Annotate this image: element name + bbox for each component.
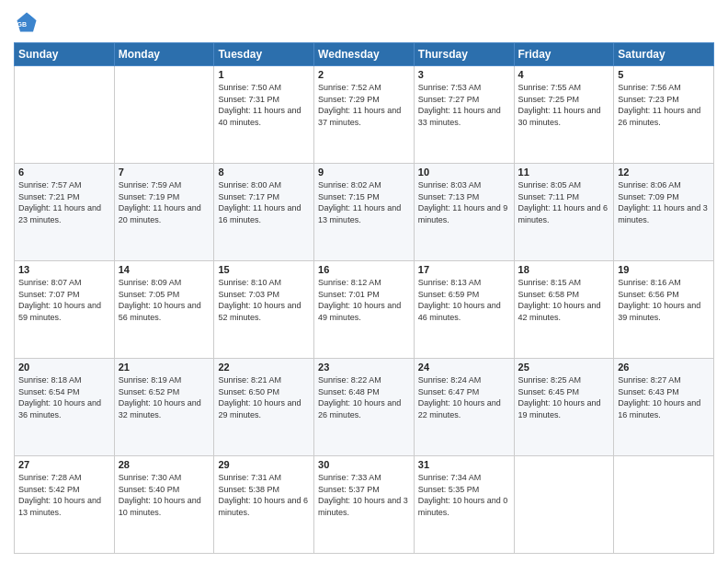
sunrise-text: Sunrise: 8:13 AM (418, 277, 510, 289)
daylight-text: Daylight: 10 hours and 19 minutes. (518, 397, 610, 420)
daylight-text: Daylight: 11 hours and 23 minutes. (18, 202, 110, 225)
sunrise-text: Sunrise: 8:10 AM (218, 277, 310, 289)
day-number: 27 (18, 459, 110, 470)
sunset-text: Sunset: 6:50 PM (218, 386, 310, 398)
sunrise-text: Sunrise: 8:00 AM (218, 179, 310, 191)
day-info: Sunrise: 8:10 AM Sunset: 7:03 PM Dayligh… (218, 277, 310, 323)
sunset-text: Sunset: 7:21 PM (18, 191, 110, 203)
day-number: 2 (318, 69, 410, 80)
calendar-cell: 7 Sunrise: 7:59 AM Sunset: 7:19 PM Dayli… (114, 164, 214, 261)
day-info: Sunrise: 7:50 AM Sunset: 7:31 PM Dayligh… (218, 82, 310, 128)
daylight-text: Daylight: 11 hours and 6 minutes. (518, 202, 610, 225)
daylight-text: Daylight: 10 hours and 52 minutes. (218, 300, 310, 323)
daylight-text: Daylight: 10 hours and 16 minutes. (618, 397, 710, 420)
sunset-text: Sunset: 5:40 PM (119, 484, 210, 496)
day-info: Sunrise: 7:57 AM Sunset: 7:21 PM Dayligh… (18, 179, 110, 225)
calendar-week-row: 27 Sunrise: 7:28 AM Sunset: 5:42 PM Dayl… (15, 456, 714, 554)
logo: GB (14, 9, 43, 35)
calendar-cell: 3 Sunrise: 7:53 AM Sunset: 7:27 PM Dayli… (414, 66, 514, 164)
sunrise-text: Sunrise: 7:31 AM (218, 472, 310, 484)
calendar-cell: 19 Sunrise: 8:16 AM Sunset: 6:56 PM Dayl… (614, 261, 714, 359)
weekday-header-friday: Friday (514, 43, 614, 66)
sunset-text: Sunset: 6:54 PM (18, 386, 110, 398)
svg-text:GB: GB (17, 21, 28, 28)
sunrise-text: Sunrise: 8:05 AM (518, 179, 610, 191)
day-number: 24 (418, 362, 510, 373)
daylight-text: Daylight: 11 hours and 30 minutes. (518, 105, 610, 128)
sunset-text: Sunset: 7:15 PM (318, 191, 410, 203)
day-info: Sunrise: 8:09 AM Sunset: 7:05 PM Dayligh… (119, 277, 210, 323)
calendar-cell: 14 Sunrise: 8:09 AM Sunset: 7:05 PM Dayl… (114, 261, 214, 359)
sunset-text: Sunset: 6:58 PM (518, 289, 610, 301)
day-info: Sunrise: 8:02 AM Sunset: 7:15 PM Dayligh… (318, 179, 410, 225)
day-info: Sunrise: 7:33 AM Sunset: 5:37 PM Dayligh… (318, 472, 410, 518)
sunset-text: Sunset: 6:52 PM (119, 386, 210, 398)
day-info: Sunrise: 8:25 AM Sunset: 6:45 PM Dayligh… (518, 374, 610, 420)
calendar-cell: 29 Sunrise: 7:31 AM Sunset: 5:38 PM Dayl… (214, 456, 314, 554)
day-info: Sunrise: 8:07 AM Sunset: 7:07 PM Dayligh… (18, 277, 110, 323)
calendar-cell: 1 Sunrise: 7:50 AM Sunset: 7:31 PM Dayli… (214, 66, 314, 164)
calendar-cell: 8 Sunrise: 8:00 AM Sunset: 7:17 PM Dayli… (214, 164, 314, 261)
calendar-cell: 30 Sunrise: 7:33 AM Sunset: 5:37 PM Dayl… (314, 456, 415, 554)
day-info: Sunrise: 8:03 AM Sunset: 7:13 PM Dayligh… (418, 179, 510, 225)
daylight-text: Daylight: 10 hours and 46 minutes. (418, 300, 510, 323)
page: GB SundayMondayTuesdayWednesdayThursdayF… (0, 0, 728, 563)
sunset-text: Sunset: 6:45 PM (518, 386, 610, 398)
daylight-text: Daylight: 10 hours and 49 minutes. (318, 300, 410, 323)
calendar-cell: 9 Sunrise: 8:02 AM Sunset: 7:15 PM Dayli… (314, 164, 415, 261)
calendar-cell: 5 Sunrise: 7:56 AM Sunset: 7:23 PM Dayli… (614, 66, 714, 164)
day-number: 13 (18, 264, 110, 275)
day-info: Sunrise: 7:31 AM Sunset: 5:38 PM Dayligh… (218, 472, 310, 518)
day-number: 22 (218, 362, 310, 373)
sunrise-text: Sunrise: 8:24 AM (418, 374, 510, 386)
sunrise-text: Sunrise: 8:09 AM (119, 277, 210, 289)
calendar-cell: 27 Sunrise: 7:28 AM Sunset: 5:42 PM Dayl… (15, 456, 115, 554)
sunset-text: Sunset: 5:35 PM (418, 484, 510, 496)
sunset-text: Sunset: 6:47 PM (418, 386, 510, 398)
daylight-text: Daylight: 10 hours and 10 minutes. (119, 495, 210, 518)
calendar-cell: 17 Sunrise: 8:13 AM Sunset: 6:59 PM Dayl… (414, 261, 514, 359)
daylight-text: Daylight: 10 hours and 29 minutes. (218, 397, 310, 420)
weekday-header-sunday: Sunday (15, 43, 115, 66)
calendar-cell: 24 Sunrise: 8:24 AM Sunset: 6:47 PM Dayl… (414, 359, 514, 456)
day-info: Sunrise: 8:18 AM Sunset: 6:54 PM Dayligh… (18, 374, 110, 420)
sunrise-text: Sunrise: 8:07 AM (18, 277, 110, 289)
calendar-cell: 12 Sunrise: 8:06 AM Sunset: 7:09 PM Dayl… (614, 164, 714, 261)
daylight-text: Daylight: 11 hours and 37 minutes. (318, 105, 410, 128)
sunset-text: Sunset: 7:01 PM (318, 289, 410, 301)
calendar-cell: 4 Sunrise: 7:55 AM Sunset: 7:25 PM Dayli… (514, 66, 614, 164)
daylight-text: Daylight: 11 hours and 16 minutes. (218, 202, 310, 225)
day-info: Sunrise: 8:21 AM Sunset: 6:50 PM Dayligh… (218, 374, 310, 420)
sunrise-text: Sunrise: 8:21 AM (218, 374, 310, 386)
sunrise-text: Sunrise: 8:15 AM (518, 277, 610, 289)
day-info: Sunrise: 7:52 AM Sunset: 7:29 PM Dayligh… (318, 82, 410, 128)
sunset-text: Sunset: 7:13 PM (418, 191, 510, 203)
day-info: Sunrise: 8:16 AM Sunset: 6:56 PM Dayligh… (618, 277, 710, 323)
sunrise-text: Sunrise: 7:55 AM (518, 82, 610, 94)
calendar-cell: 31 Sunrise: 7:34 AM Sunset: 5:35 PM Dayl… (414, 456, 514, 554)
sunset-text: Sunset: 6:48 PM (318, 386, 410, 398)
calendar-cell: 16 Sunrise: 8:12 AM Sunset: 7:01 PM Dayl… (314, 261, 415, 359)
day-info: Sunrise: 7:56 AM Sunset: 7:23 PM Dayligh… (618, 82, 710, 128)
header: GB (14, 9, 714, 35)
calendar-cell: 22 Sunrise: 8:21 AM Sunset: 6:50 PM Dayl… (214, 359, 314, 456)
sunrise-text: Sunrise: 7:30 AM (119, 472, 210, 484)
daylight-text: Daylight: 10 hours and 56 minutes. (119, 300, 210, 323)
day-number: 8 (218, 167, 310, 178)
calendar-cell: 21 Sunrise: 8:19 AM Sunset: 6:52 PM Dayl… (114, 359, 214, 456)
day-info: Sunrise: 7:55 AM Sunset: 7:25 PM Dayligh… (518, 82, 610, 128)
sunrise-text: Sunrise: 8:18 AM (18, 374, 110, 386)
daylight-text: Daylight: 10 hours and 13 minutes. (18, 495, 110, 518)
sunrise-text: Sunrise: 8:19 AM (119, 374, 210, 386)
day-number: 12 (618, 167, 710, 178)
daylight-text: Daylight: 10 hours and 42 minutes. (518, 300, 610, 323)
daylight-text: Daylight: 10 hours and 36 minutes. (18, 397, 110, 420)
daylight-text: Daylight: 10 hours and 26 minutes. (318, 397, 410, 420)
sunrise-text: Sunrise: 8:06 AM (618, 179, 710, 191)
day-info: Sunrise: 7:34 AM Sunset: 5:35 PM Dayligh… (418, 472, 510, 518)
day-info: Sunrise: 7:28 AM Sunset: 5:42 PM Dayligh… (18, 472, 110, 518)
daylight-text: Daylight: 11 hours and 26 minutes. (618, 105, 710, 128)
daylight-text: Daylight: 11 hours and 40 minutes. (218, 105, 310, 128)
sunrise-text: Sunrise: 7:52 AM (318, 82, 410, 94)
daylight-text: Daylight: 11 hours and 9 minutes. (418, 202, 510, 225)
